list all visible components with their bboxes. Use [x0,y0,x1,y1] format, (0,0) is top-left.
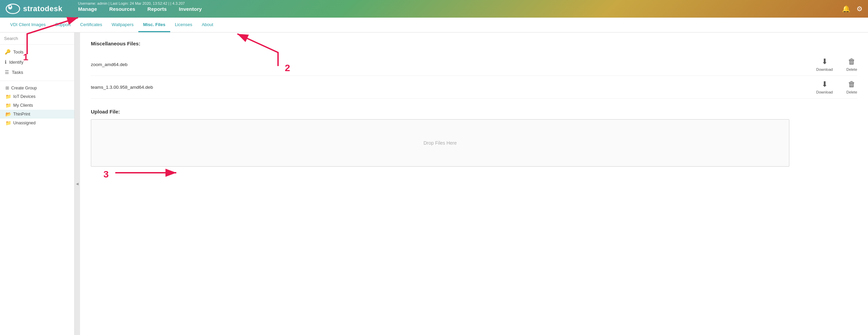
sidebar-item-tasks[interactable]: ☰ Tasks [0,67,74,77]
identify-icon: ℹ [5,59,6,65]
delete-btn-2[interactable]: 🗑 Delete [846,80,857,94]
download-btn-1[interactable]: ⬇ Download [816,57,833,71]
iot-devices-folder-icon: 📁 [5,94,11,99]
search-area[interactable]: Search [0,33,74,45]
upload-title: Upload File: [91,109,857,114]
file-list: zoom_amd64.deb ⬇ Download 🗑 Delete teams… [91,53,857,99]
tree-item-create-group[interactable]: ⊞ Create Group [0,84,74,92]
delete-label-1: Delete [846,67,857,71]
nav-inventory[interactable]: Inventory [177,5,204,13]
file-actions-2: ⬇ Download 🗑 Delete [816,80,857,94]
sidebar-menu: 🔑 Tools ℹ Identify ☰ Tasks [0,45,74,79]
logo-text: stratodesk [23,4,62,13]
collapse-icon: ◀ [76,182,79,186]
sidebar-item-identify[interactable]: ℹ Identify [0,57,74,67]
logo-area: stratodesk [5,3,62,15]
main-nav: Manage Resources Reports Inventory [76,5,204,13]
my-clients-label: My Clients [13,103,33,108]
tools-label: Tools [13,49,23,55]
thinprint-label: ThinPrint [13,112,30,117]
sub-nav-certificates[interactable]: Certificates [75,18,107,32]
drop-zone[interactable]: Drop Files Here [91,119,789,167]
top-right-icons: 🔔 ⚙ [842,5,863,13]
iot-devices-label: IoT Devices [13,94,36,99]
sidebar-item-tools[interactable]: 🔑 Tools [0,47,74,57]
file-row-2: teams_1.3.00.958_amd64.deb ⬇ Download 🗑 … [91,76,857,99]
download-label-2: Download [816,90,833,94]
unassigned-folder-icon: 📁 [5,120,11,126]
drop-zone-text: Drop Files Here [423,140,457,146]
main-layout: Search 🔑 Tools ℹ Identify ☰ Tasks ⊞ Crea… [0,33,868,335]
tree-item-my-clients[interactable]: 📁 My Clients [0,101,74,110]
my-clients-folder-icon: 📁 [5,103,11,108]
misc-files-title: Miscellaneous Files: [91,41,857,46]
tree-item-iot-devices[interactable]: 📁 IoT Devices [0,92,74,101]
delete-icon-1: 🗑 [848,57,855,66]
download-btn-2[interactable]: ⬇ Download [816,80,833,94]
file-actions-1: ⬇ Download 🗑 Delete [816,57,857,71]
download-icon-2: ⬇ [822,80,828,89]
sidebar-collapse-handle[interactable]: ◀ [75,33,80,335]
search-label: Search [4,36,18,41]
sub-nav-wallpapers[interactable]: Wallpapers [107,18,138,32]
file-name-2: teams_1.3.00.958_amd64.deb [91,85,816,90]
sidebar-divider [0,81,74,81]
gear-icon[interactable]: ⚙ [856,5,863,13]
svg-point-0 [6,4,20,14]
nav-reports[interactable]: Reports [145,5,169,13]
nav-resources[interactable]: Resources [107,5,137,13]
identify-label: Identify [9,60,23,65]
upload-section: Upload File: Drop Files Here [91,109,857,167]
create-group-icon: ⊞ [5,85,9,90]
file-row-1: zoom_amd64.deb ⬇ Download 🗑 Delete [91,53,857,76]
download-icon-1: ⬇ [822,57,828,66]
delete-icon-2: 🗑 [848,80,855,89]
sub-nav-vdi-client-images[interactable]: VDI Client Images [5,18,51,32]
sidebar: Search 🔑 Tools ℹ Identify ☰ Tasks ⊞ Crea… [0,33,75,335]
nav-manage[interactable]: Manage [76,5,99,13]
sidebar-tree: ⊞ Create Group 📁 IoT Devices 📁 My Client… [0,82,74,129]
svg-point-2 [9,6,11,7]
download-label-1: Download [816,67,833,71]
delete-label-2: Delete [846,90,857,94]
sub-nav-about[interactable]: About [197,18,218,32]
unassigned-label: Unassigned [13,121,36,125]
bell-icon[interactable]: 🔔 [842,5,850,13]
tasks-icon: ☰ [5,69,9,75]
tools-icon: 🔑 [5,49,11,55]
top-navbar: stratodesk Username: admin | Last Login:… [0,0,868,18]
tree-item-thinprint[interactable]: 📂 ThinPrint [0,110,74,119]
content-area: Miscellaneous Files: zoom_amd64.deb ⬇ Do… [80,33,868,335]
sub-nav-misc-files[interactable]: Misc. Files [138,18,170,32]
sub-nav-support[interactable]: Support [51,18,76,32]
user-info: Username: admin | Last Login: 24 Mar 202… [78,1,185,5]
file-name-1: zoom_amd64.deb [91,62,816,67]
create-group-label: Create Group [11,86,37,90]
sub-nav-licenses[interactable]: Licenses [170,18,197,32]
sub-navbar: VDI Client Images Support Certificates W… [0,18,868,33]
thinprint-folder-icon: 📂 [5,111,11,117]
tasks-label: Tasks [12,70,23,75]
delete-btn-1[interactable]: 🗑 Delete [846,57,857,71]
tree-item-unassigned[interactable]: 📁 Unassigned [0,119,74,127]
